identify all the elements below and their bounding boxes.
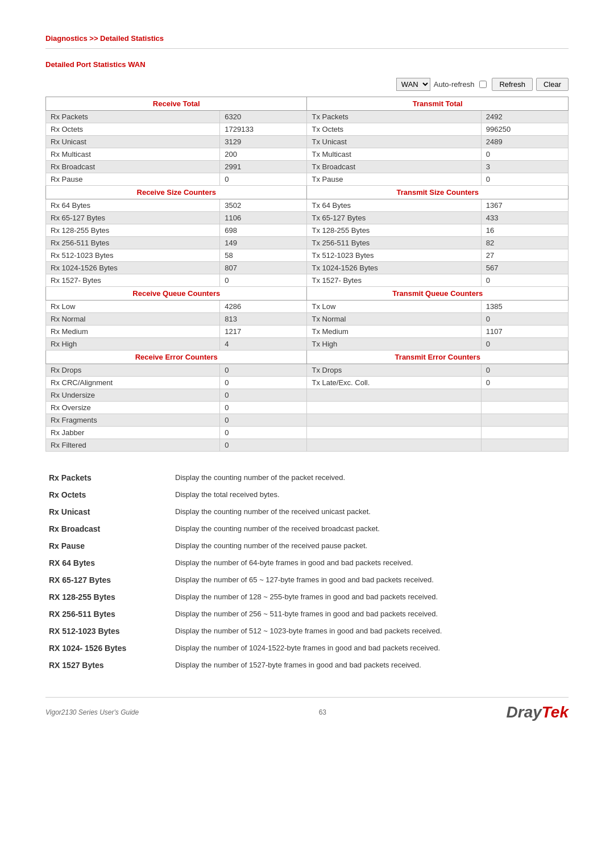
table-row: Rx Packets 6320 Tx Packets 2492 bbox=[46, 111, 569, 123]
tx-octets-value: 996250 bbox=[481, 123, 568, 136]
transmit-error-header: Transmit Error Counters bbox=[307, 350, 569, 364]
desc-row: Rx OctetsDisplay the total received byte… bbox=[47, 487, 567, 503]
desc-def: Display the counting number of the recei… bbox=[173, 538, 567, 554]
autorefresh-label: Auto-refresh bbox=[434, 80, 475, 89]
receive-error-header: Receive Error Counters bbox=[46, 350, 307, 364]
table-row: Rx Unicast 3129 Tx Unicast 2489 bbox=[46, 136, 569, 148]
rx-packets-label: Rx Packets bbox=[46, 111, 220, 123]
table-row: Rx 256-511 Bytes 149 Tx 256-511 Bytes 82 bbox=[46, 237, 569, 249]
desc-term: RX 64 Bytes bbox=[47, 555, 172, 571]
desc-row: Rx BroadcastDisplay the counting number … bbox=[47, 521, 567, 537]
table-row: Rx Fragments 0 bbox=[46, 414, 569, 427]
desc-row: RX 512-1023 BytesDisplay the number of 5… bbox=[47, 623, 567, 639]
desc-term: RX 512-1023 Bytes bbox=[47, 623, 172, 639]
table-row: Rx 65-127 Bytes 1106 Tx 65-127 Bytes 433 bbox=[46, 212, 569, 224]
clear-button[interactable]: Clear bbox=[536, 78, 569, 91]
desc-term: RX 1024- 1526 Bytes bbox=[47, 640, 172, 656]
desc-term: Rx Broadcast bbox=[47, 521, 172, 537]
controls-row: WAN LAN Auto-refresh Refresh Clear bbox=[45, 78, 569, 91]
receive-total-header: Receive Total bbox=[46, 97, 307, 111]
desc-def: Display the counting number of the recei… bbox=[173, 504, 567, 520]
table-row: Rx CRC/Alignment 0 Tx Late/Exc. Coll. 0 bbox=[46, 377, 569, 389]
refresh-button[interactable]: Refresh bbox=[492, 78, 533, 91]
table-row: Rx 64 Bytes 3502 Tx 64 Bytes 1367 bbox=[46, 199, 569, 212]
desc-row: Rx PacketsDisplay the counting number of… bbox=[47, 470, 567, 486]
breadcrumb: Diagnostics >> Detailed Statistics bbox=[45, 34, 569, 49]
desc-def: Display the counting number of the packe… bbox=[173, 470, 567, 486]
desc-def: Display the total received bytes. bbox=[173, 487, 567, 503]
table-row: Rx Octets 1729133 Tx Octets 996250 bbox=[46, 123, 569, 136]
error-header-row: Receive Error Counters Transmit Error Co… bbox=[46, 350, 569, 364]
desc-def: Display the number of 512 ~ 1023-byte fr… bbox=[173, 623, 567, 639]
brand-tek: Tek bbox=[542, 703, 569, 721]
table-row: Rx Medium 1217 Tx Medium 1107 bbox=[46, 326, 569, 338]
transmit-queue-header: Transmit Queue Counters bbox=[307, 287, 569, 301]
rx-octets-value: 1729133 bbox=[220, 123, 307, 136]
desc-def: Display the number of 128 ~ 255-byte fra… bbox=[173, 589, 567, 605]
tx-packets-label: Tx Packets bbox=[307, 111, 481, 123]
desc-term: Rx Pause bbox=[47, 538, 172, 554]
desc-row: RX 65-127 BytesDisplay the number of 65 … bbox=[47, 572, 567, 588]
table-row: Rx Jabber 0 bbox=[46, 427, 569, 439]
table-row: Rx 128-255 Bytes 698 Tx 128-255 Bytes 16 bbox=[46, 224, 569, 237]
desc-def: Display the number of 256 ~ 511-byte fra… bbox=[173, 606, 567, 622]
table-row: Rx Filtered 0 bbox=[46, 439, 569, 452]
queue-header-row: Receive Queue Counters Transmit Queue Co… bbox=[46, 287, 569, 301]
desc-def: Display the number of 64-byte frames in … bbox=[173, 555, 567, 571]
brand-dray: Dray bbox=[507, 703, 542, 721]
rx-octets-label: Rx Octets bbox=[46, 123, 220, 136]
desc-row: Rx UnicastDisplay the counting number of… bbox=[47, 504, 567, 520]
tx-packets-value: 2492 bbox=[481, 111, 568, 123]
table-row: Rx High 4 Tx High 0 bbox=[46, 338, 569, 350]
transmit-total-header: Transmit Total bbox=[307, 97, 569, 111]
footer-guide-label: Vigor2130 Series User's Guide bbox=[45, 708, 139, 716]
desc-row: Rx PauseDisplay the counting number of t… bbox=[47, 538, 567, 554]
table-row: Rx Undersize 0 bbox=[46, 389, 569, 402]
total-header-row: Receive Total Transmit Total bbox=[46, 97, 569, 111]
table-row: Rx Low 4286 Tx Low 1385 bbox=[46, 301, 569, 313]
desc-term: Rx Unicast bbox=[47, 504, 172, 520]
table-row: Rx 1527- Bytes 0 Tx 1527- Bytes 0 bbox=[46, 274, 569, 287]
footer-brand: DrayTek bbox=[507, 703, 569, 721]
size-header-row: Receive Size Counters Transmit Size Coun… bbox=[46, 186, 569, 199]
desc-row: RX 256-511 BytesDisplay the number of 25… bbox=[47, 606, 567, 622]
table-row: Rx Multicast 200 Tx Multicast 0 bbox=[46, 148, 569, 161]
table-row: Rx 1024-1526 Bytes 807 Tx 1024-1526 Byte… bbox=[46, 262, 569, 274]
rx-packets-value: 6320 bbox=[220, 111, 307, 123]
desc-row: RX 128-255 BytesDisplay the number of 12… bbox=[47, 589, 567, 605]
stats-table: Receive Total Transmit Total Rx Packets … bbox=[45, 97, 569, 452]
table-row: Rx Normal 813 Tx Normal 0 bbox=[46, 313, 569, 326]
desc-def: Display the counting number of the recei… bbox=[173, 521, 567, 537]
desc-row: RX 64 BytesDisplay the number of 64-byte… bbox=[47, 555, 567, 571]
receive-queue-header: Receive Queue Counters bbox=[46, 287, 307, 301]
desc-term: Rx Octets bbox=[47, 487, 172, 503]
table-row: Rx 512-1023 Bytes 58 Tx 512-1023 Bytes 2… bbox=[46, 249, 569, 262]
section-title: Detailed Port Statistics WAN bbox=[45, 60, 569, 69]
transmit-size-header: Transmit Size Counters bbox=[307, 186, 569, 199]
descriptions-table: Rx PacketsDisplay the counting number of… bbox=[45, 469, 569, 674]
desc-row: RX 1527 BytesDisplay the number of 1527-… bbox=[47, 657, 567, 673]
autorefresh-checkbox[interactable] bbox=[479, 81, 487, 88]
desc-term: RX 1527 Bytes bbox=[47, 657, 172, 673]
desc-def: Display the number of 65 ~ 127-byte fram… bbox=[173, 572, 567, 588]
desc-def: Display the number of 1527-byte frames i… bbox=[173, 657, 567, 673]
footer: Vigor2130 Series User's Guide 63 DrayTek bbox=[45, 697, 569, 721]
table-row: Rx Broadcast 2991 Tx Broadcast 3 bbox=[46, 161, 569, 173]
table-row: Rx Oversize 0 bbox=[46, 402, 569, 414]
desc-term: RX 128-255 Bytes bbox=[47, 589, 172, 605]
desc-row: RX 1024- 1526 BytesDisplay the number of… bbox=[47, 640, 567, 656]
tx-octets-label: Tx Octets bbox=[307, 123, 481, 136]
footer-page-number: 63 bbox=[319, 708, 326, 716]
table-row: Rx Pause 0 Tx Pause 0 bbox=[46, 173, 569, 186]
receive-size-header: Receive Size Counters bbox=[46, 186, 307, 199]
desc-term: RX 65-127 Bytes bbox=[47, 572, 172, 588]
desc-term: Rx Packets bbox=[47, 470, 172, 486]
table-row: Rx Drops 0 Tx Drops 0 bbox=[46, 364, 569, 377]
desc-term: RX 256-511 Bytes bbox=[47, 606, 172, 622]
desc-def: Display the number of 1024-1522-byte fra… bbox=[173, 640, 567, 656]
port-select[interactable]: WAN LAN bbox=[396, 78, 430, 91]
